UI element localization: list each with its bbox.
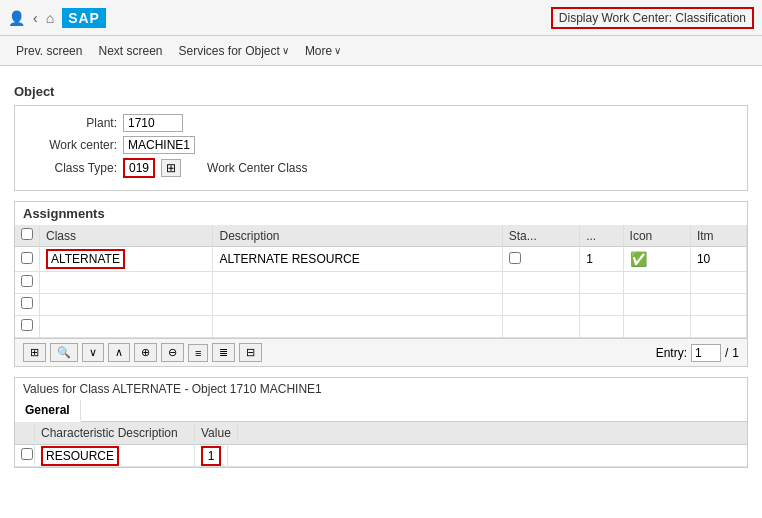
table-row-empty-3 xyxy=(15,316,747,338)
row-checkbox[interactable] xyxy=(21,297,33,309)
table-delete-button[interactable]: ⊖ xyxy=(161,343,184,362)
row-icon-cell: ✅ xyxy=(623,247,690,272)
assignments-table-container: Class Description Sta... ... Icon Itm AL… xyxy=(15,225,747,338)
class-value: ALTERNATE xyxy=(46,249,125,269)
table-row-empty-1 xyxy=(15,272,747,294)
entry-total: 1 xyxy=(732,346,739,360)
row-checkbox[interactable] xyxy=(21,319,33,331)
work-center-label: Work center: xyxy=(27,138,117,152)
row-checkbox[interactable] xyxy=(21,252,33,264)
table-down-button[interactable]: ∨ xyxy=(82,343,104,362)
table-add-button[interactable]: ⊕ xyxy=(134,343,157,362)
home-icon[interactable]: ⌂ xyxy=(46,10,54,26)
plant-label: Plant: xyxy=(27,116,117,130)
values-row-checkbox[interactable] xyxy=(21,448,33,460)
plant-row: Plant: 1710 xyxy=(27,114,735,132)
table-list3-button[interactable]: ⊟ xyxy=(239,343,262,362)
green-check-icon: ✅ xyxy=(630,251,647,267)
col-description: Description xyxy=(213,225,502,247)
assignments-title: Assignments xyxy=(15,202,747,225)
work-center-row: Work center: MACHINE1 xyxy=(27,136,735,154)
table-list2-button[interactable]: ≣ xyxy=(212,343,235,362)
row-description-cell: ALTERNATE RESOURCE xyxy=(213,247,502,272)
resource-number-value: 1 xyxy=(201,446,221,466)
table-first-button[interactable]: ⊞ xyxy=(23,343,46,362)
sap-logo: SAP xyxy=(62,8,106,28)
class-type-value: 019 xyxy=(123,158,155,178)
class-type-label: Class Type: xyxy=(27,161,117,175)
select-all-checkbox[interactable] xyxy=(21,228,33,240)
col-status: Sta... xyxy=(502,225,579,247)
values-col-characteristic: Characteristic Description xyxy=(35,424,195,442)
table-toolbar-left: ⊞ 🔍 ∨ ∧ ⊕ ⊖ ≡ ≣ ⊟ xyxy=(23,343,262,362)
table-toolbar: ⊞ 🔍 ∨ ∧ ⊕ ⊖ ≡ ≣ ⊟ Entry: / 1 xyxy=(15,338,747,366)
tab-general[interactable]: General xyxy=(15,400,81,422)
entry-separator: / xyxy=(725,346,728,360)
table-row: ALTERNATE ALTERNATE RESOURCE 1 ✅ 10 xyxy=(15,247,747,272)
col-icon: Icon xyxy=(623,225,690,247)
assignments-table: Class Description Sta... ... Icon Itm AL… xyxy=(15,225,747,338)
more-button[interactable]: More ∨ xyxy=(297,42,349,60)
values-section: Values for Class ALTERNATE - Object 1710… xyxy=(14,377,748,468)
values-title: Values for Class ALTERNATE - Object 1710… xyxy=(15,378,747,400)
row-num-cell: 1 xyxy=(580,247,623,272)
row-status-cell xyxy=(502,247,579,272)
main-content: Object Plant: 1710 Work center: MACHINE1… xyxy=(0,66,762,478)
services-for-object-button[interactable]: Services for Object ∨ xyxy=(171,42,297,60)
col-checkbox xyxy=(15,225,40,247)
toolbar: Prev. screen Next screen Services for Ob… xyxy=(0,36,762,66)
row-class-cell: ALTERNATE xyxy=(40,247,213,272)
class-type-row: Class Type: 019 ⊞ Work Center Class xyxy=(27,158,735,178)
characteristic-value-cell: 1 xyxy=(195,444,228,468)
table-zoom-button[interactable]: 🔍 xyxy=(50,343,78,362)
values-row: RESOURCE 1 xyxy=(15,445,747,467)
entry-input[interactable] xyxy=(691,344,721,362)
row-checkbox-cell xyxy=(15,247,40,272)
characteristic-name: RESOURCE xyxy=(35,444,195,468)
entry-label: Entry: xyxy=(656,346,687,360)
status-checkbox[interactable] xyxy=(509,252,521,264)
assignments-section: Assignments Class Description Sta... ...… xyxy=(14,201,748,367)
table-list1-button[interactable]: ≡ xyxy=(188,344,208,362)
table-up-button[interactable]: ∧ xyxy=(108,343,130,362)
top-bar: 👤 ‹ ⌂ SAP Display Work Center: Classific… xyxy=(0,0,762,36)
col-itm: Itm xyxy=(690,225,746,247)
class-type-lookup-button[interactable]: ⊞ xyxy=(161,159,181,177)
work-center-value: MACHINE1 xyxy=(123,136,195,154)
table-header-row: Class Description Sta... ... Icon Itm xyxy=(15,225,747,247)
col-class: Class xyxy=(40,225,213,247)
resource-value: RESOURCE xyxy=(41,446,119,466)
plant-value: 1710 xyxy=(123,114,183,132)
user-icon[interactable]: 👤 xyxy=(8,10,25,26)
values-col-checkbox xyxy=(15,424,35,442)
next-screen-button[interactable]: Next screen xyxy=(90,42,170,60)
table-row-empty-2 xyxy=(15,294,747,316)
row-checkbox[interactable] xyxy=(21,275,33,287)
col-dots: ... xyxy=(580,225,623,247)
row-itm-cell: 10 xyxy=(690,247,746,272)
values-col-value: Value xyxy=(195,424,238,442)
entry-area: Entry: / 1 xyxy=(656,344,739,362)
object-section-title: Object xyxy=(14,84,748,99)
values-row-checkbox-cell xyxy=(15,446,35,465)
chevron-down-icon: ∨ xyxy=(282,45,289,56)
back-icon[interactable]: ‹ xyxy=(33,10,38,26)
prev-screen-button[interactable]: Prev. screen xyxy=(8,42,90,60)
values-table-header: Characteristic Description Value xyxy=(15,422,747,445)
chevron-down-icon: ∨ xyxy=(334,45,341,56)
work-center-class-label: Work Center Class xyxy=(207,161,307,175)
page-title: Display Work Center: Classification xyxy=(551,7,754,29)
values-tabs: General xyxy=(15,400,747,422)
object-section: Plant: 1710 Work center: MACHINE1 Class … xyxy=(14,105,748,191)
